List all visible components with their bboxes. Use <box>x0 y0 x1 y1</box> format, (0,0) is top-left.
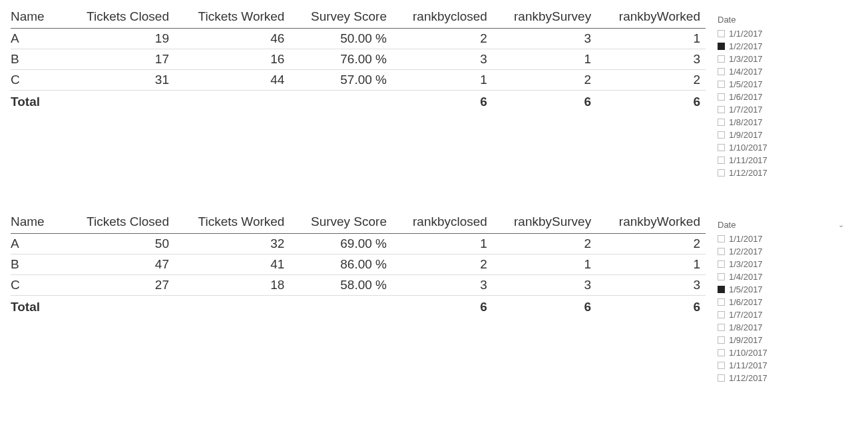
slicer-item[interactable]: 1/7/2017 <box>716 308 849 321</box>
slicer-item[interactable]: 1/2/2017 <box>716 245 849 258</box>
checkbox-icon[interactable] <box>718 157 725 164</box>
table-total-row: Total 6 6 6 <box>11 296 706 319</box>
slicer-item[interactable]: 1/3/2017 <box>716 53 849 65</box>
checkbox-icon[interactable] <box>718 81 725 88</box>
checkbox-icon[interactable] <box>718 30 725 37</box>
col-header-closed[interactable]: Tickets Closed <box>64 210 174 234</box>
col-header-rankclosed[interactable]: rankbyclosed <box>392 210 493 234</box>
cell-rankclosed: 2 <box>392 29 493 49</box>
slicer-item[interactable]: 1/9/2017 <box>716 129 849 141</box>
cell-survey: 57.00 % <box>290 70 392 91</box>
cell-ranksurvey: 1 <box>493 254 596 275</box>
slicer-item[interactable]: 1/5/2017 <box>716 283 849 296</box>
col-header-survey[interactable]: Survey Score <box>290 210 392 234</box>
slicer-item[interactable]: 1/11/2017 <box>716 154 849 167</box>
slicer-item[interactable]: 1/4/2017 <box>716 65 849 78</box>
cell-survey: 58.00 % <box>290 275 392 296</box>
total-label: Total <box>11 91 64 114</box>
slicer-item[interactable]: 1/8/2017 <box>716 116 849 129</box>
col-header-worked[interactable]: Tickets Worked <box>174 5 290 29</box>
cell-rankworked: 2 <box>596 234 706 254</box>
slicer-header[interactable]: Date <box>716 13 849 27</box>
slicer-item[interactable]: 1/1/2017 <box>716 27 849 40</box>
date-slicer-1: Date 1/1/20171/2/20171/3/20171/4/20171/5… <box>716 0 849 179</box>
checkbox-icon[interactable] <box>718 362 725 369</box>
slicer-item-label: 1/5/2017 <box>729 284 763 295</box>
cell-survey: 50.00 % <box>290 29 392 49</box>
slicer-item[interactable]: 1/7/2017 <box>716 103 849 116</box>
slicer-item[interactable]: 1/11/2017 <box>716 359 849 372</box>
slicer-item[interactable]: 1/6/2017 <box>716 91 849 103</box>
checkbox-icon[interactable] <box>718 286 725 293</box>
col-header-survey[interactable]: Survey Score <box>290 5 392 29</box>
col-header-worked[interactable]: Tickets Worked <box>174 210 290 234</box>
table-row[interactable]: A 50 32 69.00 % 1 2 2 <box>11 234 706 254</box>
col-header-rankworked[interactable]: rankbyWorked <box>596 5 706 29</box>
slicer-item-label: 1/2/2017 <box>729 41 763 52</box>
slicer-item[interactable]: 1/12/2017 <box>716 167 849 179</box>
checkbox-icon[interactable] <box>718 311 725 318</box>
checkbox-icon[interactable] <box>718 260 725 268</box>
slicer-item[interactable]: 1/3/2017 <box>716 258 849 270</box>
slicer-item[interactable]: 1/6/2017 <box>716 296 849 308</box>
checkbox-icon[interactable] <box>718 349 725 356</box>
checkbox-icon[interactable] <box>718 144 725 151</box>
table-row[interactable]: B 47 41 86.00 % 2 1 1 <box>11 254 706 275</box>
cell-name: B <box>11 254 64 275</box>
slicer-header[interactable]: Date ⌄ <box>716 218 849 232</box>
cell-worked: 44 <box>174 70 290 91</box>
cell-name: A <box>11 29 64 49</box>
cell-closed: 19 <box>64 29 174 49</box>
col-header-name[interactable]: Name <box>11 210 64 234</box>
slicer-item[interactable]: 1/5/2017 <box>716 78 849 91</box>
checkbox-icon[interactable] <box>718 324 725 331</box>
slicer-item-label: 1/9/2017 <box>729 334 763 346</box>
cell-rankclosed: 1 <box>392 234 493 254</box>
slicer-title: Date <box>718 220 736 230</box>
checkbox-icon[interactable] <box>718 119 725 126</box>
col-header-name[interactable]: Name <box>11 5 64 29</box>
cell-ranksurvey: 2 <box>493 234 596 254</box>
table-row[interactable]: C 31 44 57.00 % 1 2 2 <box>11 70 706 91</box>
total-label: Total <box>11 296 64 319</box>
table-row[interactable]: B 17 16 76.00 % 3 1 3 <box>11 49 706 70</box>
chevron-down-icon[interactable]: ⌄ <box>838 220 844 229</box>
slicer-item[interactable]: 1/1/2017 <box>716 232 849 245</box>
slicer-item-label: 1/12/2017 <box>729 167 767 179</box>
table-row[interactable]: C 27 18 58.00 % 3 3 3 <box>11 275 706 296</box>
table-row[interactable]: A 19 46 50.00 % 2 3 1 <box>11 29 706 49</box>
cell-worked: 41 <box>174 254 290 275</box>
slicer-item[interactable]: 1/12/2017 <box>716 372 849 384</box>
checkbox-icon[interactable] <box>718 336 725 344</box>
slicer-item[interactable]: 1/9/2017 <box>716 334 849 346</box>
checkbox-icon[interactable] <box>718 106 725 113</box>
checkbox-icon[interactable] <box>718 235 725 242</box>
cell-rankworked: 3 <box>596 49 706 70</box>
col-header-closed[interactable]: Tickets Closed <box>64 5 174 29</box>
checkbox-icon[interactable] <box>718 298 725 306</box>
checkbox-icon[interactable] <box>718 93 725 101</box>
slicer-item[interactable]: 1/10/2017 <box>716 346 849 359</box>
cell-rankclosed: 1 <box>392 70 493 91</box>
checkbox-icon[interactable] <box>718 43 725 50</box>
col-header-rankclosed[interactable]: rankbyclosed <box>392 5 493 29</box>
col-header-rankworked[interactable]: rankbyWorked <box>596 210 706 234</box>
checkbox-icon[interactable] <box>718 55 725 63</box>
col-header-ranksurvey[interactable]: rankbySurvey <box>493 5 596 29</box>
slicer-item-label: 1/2/2017 <box>729 246 763 257</box>
slicer-item[interactable]: 1/4/2017 <box>716 270 849 283</box>
slicer-item[interactable]: 1/10/2017 <box>716 141 849 154</box>
data-table-2: Name Tickets Closed Tickets Worked Surve… <box>11 210 706 318</box>
slicer-item[interactable]: 1/8/2017 <box>716 321 849 334</box>
col-header-ranksurvey[interactable]: rankbySurvey <box>493 210 596 234</box>
checkbox-icon[interactable] <box>718 248 725 255</box>
slicer-item-label: 1/7/2017 <box>729 104 763 115</box>
checkbox-icon[interactable] <box>718 273 725 280</box>
cell-rankworked: 1 <box>596 29 706 49</box>
checkbox-icon[interactable] <box>718 169 725 177</box>
checkbox-icon[interactable] <box>718 68 725 75</box>
table-visual-1: Name Tickets Closed Tickets Worked Surve… <box>0 0 716 193</box>
checkbox-icon[interactable] <box>718 131 725 139</box>
slicer-item[interactable]: 1/2/2017 <box>716 40 849 53</box>
checkbox-icon[interactable] <box>718 374 725 382</box>
